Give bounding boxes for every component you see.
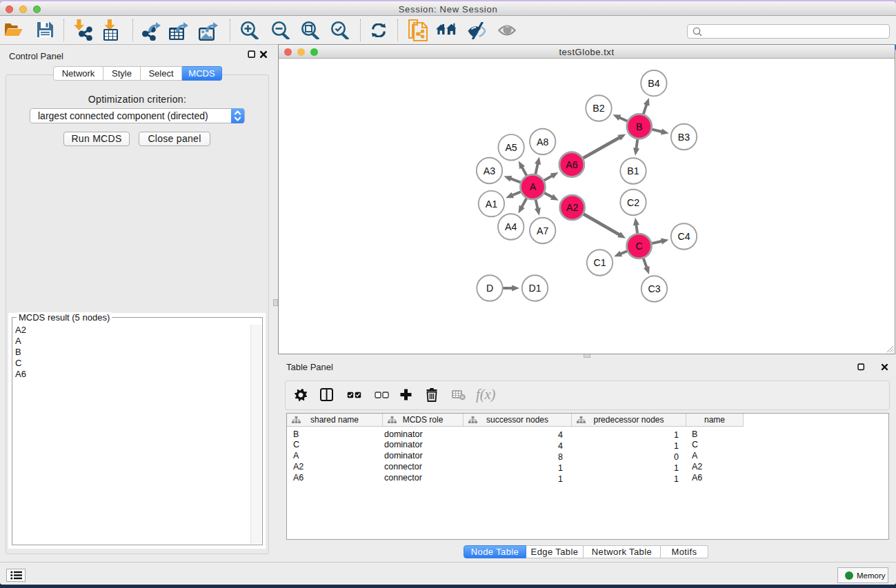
svg-text:C4: C4 — [677, 231, 690, 242]
svg-text:A: A — [530, 181, 537, 192]
svg-text:A1: A1 — [486, 199, 497, 210]
svg-text:A8: A8 — [537, 136, 548, 148]
svg-text:A2: A2 — [566, 202, 578, 213]
svg-text:B1: B1 — [627, 165, 639, 176]
svg-text:A4: A4 — [505, 221, 517, 232]
svg-text:B3: B3 — [678, 132, 690, 143]
svg-text:D1: D1 — [528, 283, 541, 294]
svg-text:C2: C2 — [627, 197, 639, 208]
svg-text:C3: C3 — [648, 283, 660, 294]
svg-text:A7: A7 — [537, 225, 548, 236]
svg-text:C: C — [635, 241, 642, 252]
svg-text:C1: C1 — [593, 257, 606, 268]
svg-text:B2: B2 — [593, 103, 604, 114]
svg-text:B4: B4 — [648, 78, 659, 89]
svg-text:B: B — [636, 121, 642, 132]
svg-text:A5: A5 — [505, 142, 517, 153]
svg-text:D: D — [486, 283, 493, 294]
svg-text:A6: A6 — [566, 159, 577, 170]
svg-text:A3: A3 — [484, 165, 495, 176]
